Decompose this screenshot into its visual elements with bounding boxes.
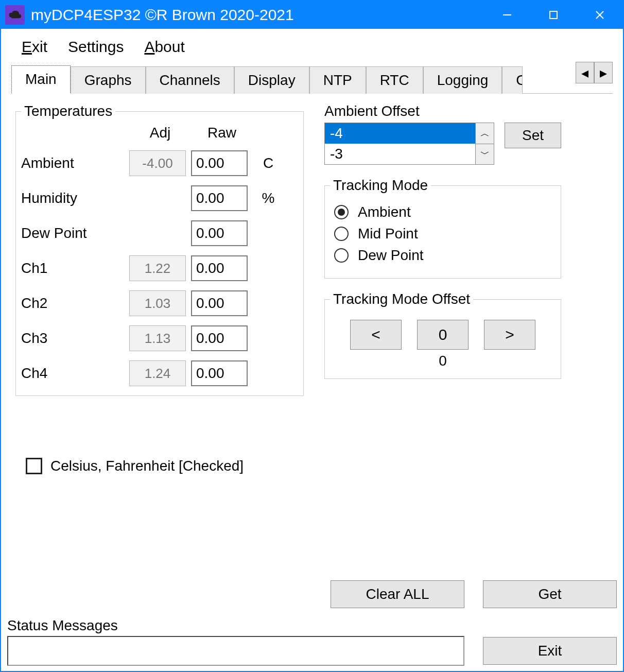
get-button[interactable]: Get	[483, 580, 617, 608]
app-icon	[5, 5, 25, 25]
minimize-button[interactable]	[484, 1, 530, 29]
tab-rtc[interactable]: RTC	[366, 66, 423, 94]
menu-about[interactable]: About	[144, 38, 184, 56]
ch3-adj: 1.13	[129, 325, 186, 351]
ambient-raw: 0.00	[191, 150, 248, 176]
ambient-offset-set-button[interactable]: Set	[505, 123, 561, 148]
radio-icon	[334, 227, 349, 241]
ambient-adj: -4.00	[129, 150, 186, 176]
menu-settings[interactable]: Settings	[68, 38, 124, 56]
clear-all-button[interactable]: Clear ALL	[331, 580, 464, 608]
ch2-raw: 0.00	[191, 290, 248, 316]
tab-ntp[interactable]: NTP	[309, 66, 366, 94]
tab-main[interactable]: Main	[11, 65, 71, 94]
ch2-adj: 1.03	[129, 290, 186, 316]
row-humidity-label: Humidity	[21, 190, 129, 206]
maximize-button[interactable]	[530, 1, 577, 29]
row-ch4-label: Ch4	[21, 365, 129, 382]
window-title: myDCP4ESP32 ©R Brown 2020-2021	[31, 6, 294, 24]
tabstrip: Main Graphs Channels Display NTP RTC Log…	[11, 65, 613, 94]
tab-display[interactable]: Display	[234, 66, 309, 94]
menubar: Exit Settings About	[1, 29, 623, 65]
row-ch1-label: Ch1	[21, 260, 129, 277]
tab-graphs[interactable]: Graphs	[71, 66, 146, 94]
ambient-offset-spin-up[interactable]: ︿	[476, 123, 494, 144]
row-ambient-label: Ambient	[21, 155, 129, 171]
radio-icon	[334, 248, 349, 263]
status-messages-box	[7, 636, 464, 666]
unit-checkbox-label: Celsius, Fahrenheit [Checked]	[50, 458, 244, 474]
status-label: Status Messages	[7, 617, 617, 634]
tracking-mode-legend: Tracking Mode	[330, 177, 431, 194]
row-ch2-label: Ch2	[21, 295, 129, 312]
tracking-mode-offset-group: Tracking Mode Offset < 0 > 0	[324, 291, 561, 379]
tab-overflow[interactable]: C	[502, 66, 523, 94]
dewpoint-raw: 0.00	[191, 220, 248, 246]
temperatures-group: Temperatures Adj Raw Ambient -4.00 0.00 …	[15, 103, 304, 396]
ch3-raw: 0.00	[191, 325, 248, 351]
header-raw: Raw	[191, 125, 253, 141]
tmo-value: 0	[330, 353, 556, 369]
humidity-unit: %	[253, 190, 284, 206]
ambient-offset-option-1[interactable]: -3	[325, 144, 475, 164]
header-adj: Adj	[129, 125, 191, 141]
exit-button[interactable]: Exit	[483, 637, 617, 665]
temperatures-legend: Temperatures	[21, 103, 115, 119]
titlebar: myDCP4ESP32 ©R Brown 2020-2021	[1, 1, 623, 29]
ch1-raw: 0.00	[191, 255, 248, 281]
ch4-raw: 0.00	[191, 360, 248, 386]
tracking-mode-dewpoint[interactable]: Dew Point	[334, 247, 551, 264]
tab-channels[interactable]: Channels	[146, 66, 234, 94]
radio-icon	[334, 205, 349, 219]
tracking-mode-ambient[interactable]: Ambient	[334, 204, 551, 220]
ambient-offset-label: Ambient Offset	[324, 103, 609, 119]
tracking-mode-offset-legend: Tracking Mode Offset	[330, 291, 473, 307]
unit-checkbox[interactable]	[26, 458, 42, 474]
tracking-mode-midpoint[interactable]: Mid Point	[334, 226, 551, 242]
ambient-unit: C	[253, 155, 284, 171]
close-button[interactable]	[577, 1, 623, 29]
tmo-increment-button[interactable]: >	[484, 320, 535, 350]
row-ch3-label: Ch3	[21, 330, 129, 347]
humidity-raw: 0.00	[191, 185, 248, 211]
tab-scroll-left[interactable]: ◂	[576, 62, 594, 83]
tmo-decrement-button[interactable]: <	[350, 320, 402, 350]
tmo-zero-button[interactable]: 0	[417, 320, 469, 350]
ambient-offset-option-0[interactable]: -4	[325, 123, 475, 144]
ambient-offset-listbox[interactable]: -4 -3 ︿ ﹀	[324, 123, 494, 165]
row-dewpoint-label: Dew Point	[21, 225, 129, 242]
ch1-adj: 1.22	[129, 255, 186, 281]
ambient-offset-spin-down[interactable]: ﹀	[476, 144, 494, 165]
tab-scroll-right[interactable]: ▸	[594, 62, 613, 83]
tab-logging[interactable]: Logging	[423, 66, 502, 94]
tracking-mode-group: Tracking Mode Ambient Mid Point Dew Poin…	[324, 177, 561, 279]
ch4-adj: 1.24	[129, 360, 186, 386]
menu-exit[interactable]: Exit	[22, 38, 47, 56]
svg-rect-1	[550, 11, 557, 19]
